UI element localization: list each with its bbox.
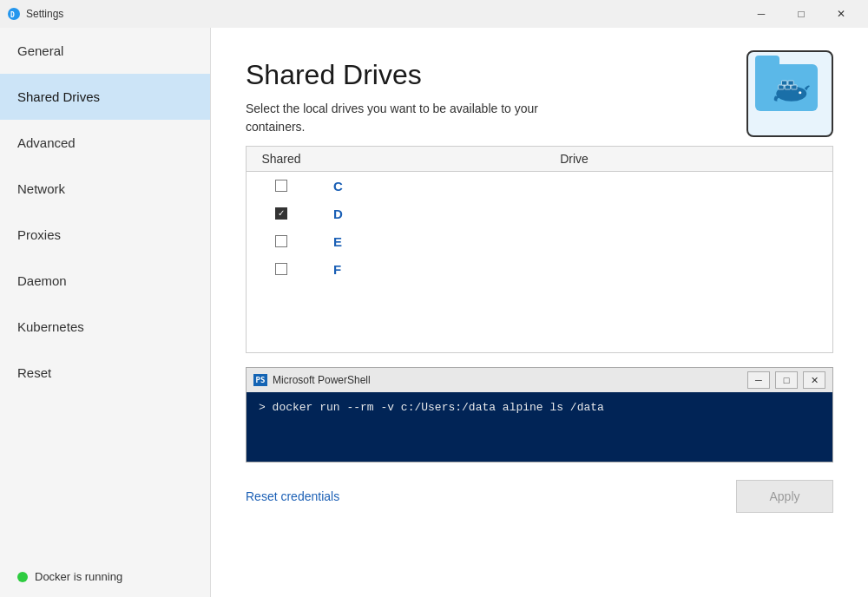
folder-tab xyxy=(755,56,779,64)
drive-label-e: E xyxy=(316,234,832,249)
checkbox-cell-c xyxy=(247,180,316,192)
powershell-maximize-button[interactable]: □ xyxy=(775,371,798,389)
checkbox-e[interactable] xyxy=(275,235,287,247)
docker-folder-icon xyxy=(746,50,833,137)
drives-table: Shared Drive C D xyxy=(246,146,833,353)
sidebar-item-reset[interactable]: Reset xyxy=(0,350,210,396)
checkbox-c[interactable] xyxy=(275,180,287,192)
sidebar: General Shared Drives Advanced Network P… xyxy=(0,28,211,597)
drive-row-f: F xyxy=(247,255,832,283)
bottom-bar: Reset credentials Apply xyxy=(246,480,833,513)
powershell-title-bar: PS Microsoft PowerShell ─ □ ✕ xyxy=(247,368,832,392)
checkbox-f[interactable] xyxy=(275,263,287,275)
sidebar-item-shared-drives[interactable]: Shared Drives xyxy=(0,74,210,120)
drive-row-d: D xyxy=(247,200,832,227)
table-spacer xyxy=(247,283,832,352)
app-body: General Shared Drives Advanced Network P… xyxy=(0,28,868,597)
title-bar-controls: ─ □ ✕ xyxy=(741,0,861,28)
status-dot-running xyxy=(17,572,28,582)
checkbox-d[interactable] xyxy=(275,207,287,220)
title-bar: D Settings ─ □ ✕ xyxy=(0,0,868,28)
drive-label-c: C xyxy=(316,179,832,194)
main-content: Shared Drives Select the local drives yo… xyxy=(211,28,868,597)
powershell-command: > docker run --rm -v c:/Users:/data alpi… xyxy=(259,401,604,414)
title-bar-text: Settings xyxy=(26,8,741,20)
powershell-body: > docker run --rm -v c:/Users:/data alpi… xyxy=(247,392,832,462)
powershell-close-button[interactable]: ✕ xyxy=(803,371,825,389)
drives-table-header: Shared Drive xyxy=(247,147,832,172)
main-header: Shared Drives Select the local drives yo… xyxy=(246,59,833,137)
title-section: Shared Drives Select the local drives yo… xyxy=(246,59,549,136)
svg-rect-5 xyxy=(792,85,797,89)
docker-status-text: Docker is running xyxy=(35,570,122,583)
drive-row-e: E xyxy=(247,227,832,255)
page-description: Select the local drives you want to be a… xyxy=(246,100,549,136)
svg-rect-7 xyxy=(788,81,793,85)
maximize-button[interactable]: □ xyxy=(781,0,821,28)
page-title: Shared Drives xyxy=(246,59,549,91)
sidebar-item-kubernetes[interactable]: Kubernetes xyxy=(0,304,210,350)
close-button[interactable]: ✕ xyxy=(821,0,861,28)
col-header-shared: Shared xyxy=(247,152,316,166)
svg-point-8 xyxy=(799,91,801,94)
docker-whale-icon xyxy=(771,73,814,106)
powershell-window: PS Microsoft PowerShell ─ □ ✕ > docker r… xyxy=(246,367,833,463)
drive-label-d: D xyxy=(316,207,832,221)
svg-text:D: D xyxy=(10,11,15,19)
app-icon: D xyxy=(7,7,21,21)
sidebar-item-proxies[interactable]: Proxies xyxy=(0,212,210,258)
svg-rect-3 xyxy=(779,85,784,89)
sidebar-item-advanced[interactable]: Advanced xyxy=(0,120,210,166)
checkbox-cell-f xyxy=(247,263,316,275)
drive-row-c: C xyxy=(247,172,832,200)
powershell-title-text: Microsoft PowerShell xyxy=(273,374,742,386)
folder-body xyxy=(755,64,818,111)
reset-credentials-button[interactable]: Reset credentials xyxy=(246,489,339,503)
drives-table-body: C D E xyxy=(247,172,832,352)
col-header-drive: Drive xyxy=(316,152,832,166)
minimize-button[interactable]: ─ xyxy=(741,0,781,28)
sidebar-item-network[interactable]: Network xyxy=(0,166,210,212)
svg-rect-4 xyxy=(785,85,790,89)
sidebar-footer: Docker is running xyxy=(0,556,210,597)
sidebar-item-daemon[interactable]: Daemon xyxy=(0,258,210,304)
svg-rect-6 xyxy=(782,81,787,85)
checkbox-cell-e xyxy=(247,235,316,247)
powershell-minimize-button[interactable]: ─ xyxy=(747,371,770,389)
sidebar-item-general[interactable]: General xyxy=(0,28,210,74)
checkbox-cell-d xyxy=(247,207,316,220)
apply-button[interactable]: Apply xyxy=(736,480,833,513)
powershell-icon: PS xyxy=(253,374,267,386)
drive-label-f: F xyxy=(316,262,832,277)
